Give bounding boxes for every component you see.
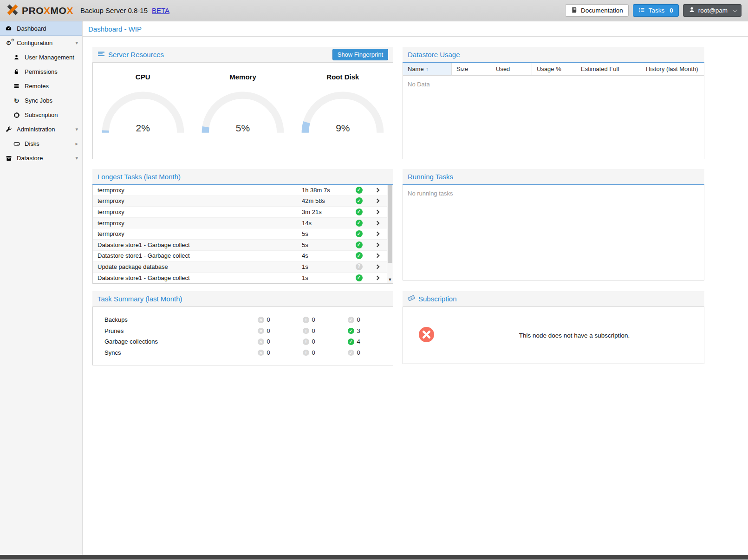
warning-circle-icon: [303, 317, 309, 323]
logo-text: PROXMOX: [22, 5, 73, 16]
user-menu-button[interactable]: root@pam: [683, 4, 741, 17]
scrollbar-thumb[interactable]: [388, 185, 392, 263]
documentation-button[interactable]: Documentation: [565, 4, 629, 17]
task-row[interactable]: Update package database 1s: [93, 261, 387, 273]
sidebar-item-administration[interactable]: Administration ▾: [0, 122, 82, 137]
open-task-button[interactable]: [367, 243, 387, 247]
syncs-ok-count[interactable]: 0: [348, 349, 393, 356]
status-ok-icon: [356, 230, 363, 237]
open-task-button[interactable]: [367, 232, 387, 235]
running-tasks-body: No running tasks: [403, 185, 704, 280]
sidebar-item-permissions[interactable]: Permissions: [0, 65, 82, 79]
sidebar-item-user-management[interactable]: User Management: [0, 50, 82, 65]
task-row[interactable]: termproxy 5s: [93, 228, 387, 240]
cpu-gauge: CPU 2%: [93, 73, 193, 159]
open-task-button[interactable]: [367, 276, 387, 280]
server-resources-panel: Server Resources Show Fingerprint CPU: [92, 47, 393, 159]
user-icon: [689, 7, 695, 14]
syncs-error-count[interactable]: 0: [258, 349, 303, 356]
sidebar-item-configuration[interactable]: ⚙⚙ Configuration ▾: [0, 36, 82, 50]
sidebar-item-remotes[interactable]: Remotes: [0, 79, 82, 93]
no-data-label: No Data: [403, 76, 704, 93]
task-row[interactable]: Datastore store1 - Garbage collect 1s: [93, 273, 387, 284]
memory-gauge-value: 5%: [199, 123, 287, 134]
subscription-message: This node does not have a subscription.: [449, 332, 704, 339]
gc-error-count[interactable]: 0: [258, 338, 303, 345]
sidebar-item-sync-jobs[interactable]: ↻ Sync Jobs: [0, 93, 82, 108]
chevron-down-icon[interactable]: ▾: [75, 40, 78, 46]
show-fingerprint-button[interactable]: Show Fingerprint: [332, 49, 388, 60]
open-task-button[interactable]: [367, 254, 387, 257]
syncs-warning-count[interactable]: 0: [303, 349, 348, 356]
open-task-button[interactable]: [367, 189, 387, 192]
error-circle-icon: [258, 317, 264, 323]
sidebar-item-dashboard[interactable]: Dashboard: [0, 21, 82, 36]
task-row[interactable]: Datastore store1 - Garbage collect 5s: [93, 240, 387, 251]
chevron-down-icon[interactable]: ▾: [75, 126, 78, 132]
sidebar-item-datastore[interactable]: Datastore ▾: [0, 151, 82, 165]
error-circle-icon: [258, 328, 264, 334]
prunes-warning-count[interactable]: 0: [303, 327, 348, 334]
cpu-gauge-value: 2%: [99, 123, 187, 134]
sidebar-item-disks[interactable]: Disks ▸: [0, 137, 82, 151]
ticket-icon: [408, 294, 415, 303]
status-ok-icon: [356, 252, 363, 259]
server-resources-header: Server Resources Show Fingerprint: [92, 47, 393, 63]
open-task-button[interactable]: [367, 221, 387, 225]
backups-warning-count[interactable]: 0: [303, 316, 348, 323]
proxmox-logo: PROXMOX: [7, 4, 73, 17]
book-icon: [571, 7, 578, 15]
backups-error-count[interactable]: 0: [258, 316, 303, 323]
column-header-size[interactable]: Size: [452, 63, 491, 76]
column-header-usage-pct[interactable]: Usage %: [532, 63, 576, 76]
gc-ok-count[interactable]: 4: [348, 338, 393, 345]
memory-gauge: Memory 5%: [193, 73, 293, 159]
sidebar-item-subscription[interactable]: Subscription: [0, 108, 82, 122]
main-content: Dashboard - WIP: [83, 21, 748, 555]
task-summary-header: Task Summary (last Month): [92, 291, 393, 307]
task-row[interactable]: Datastore store1 - Garbage collect 4s: [93, 251, 387, 262]
no-running-tasks-label: No running tasks: [403, 185, 704, 202]
running-tasks-header: Running Tasks: [403, 169, 704, 185]
status-ok-icon: [356, 241, 363, 248]
gauges-body: CPU 2% Memory: [92, 63, 393, 159]
column-header-estimated-full[interactable]: Estimated Full: [576, 63, 641, 76]
chevron-right-icon[interactable]: ▸: [75, 141, 78, 147]
prunes-ok-count[interactable]: 3: [348, 327, 393, 334]
column-header-used[interactable]: Used: [491, 63, 532, 76]
gears-icon: ⚙⚙: [5, 40, 13, 46]
column-header-name[interactable]: Name↑: [403, 63, 452, 76]
column-header-history[interactable]: History (last Month): [641, 63, 704, 76]
panel-title: Datastore Usage: [408, 51, 460, 59]
vertical-scrollbar[interactable]: ▼: [387, 185, 393, 283]
task-list-icon: [638, 7, 645, 15]
panel-title: Subscription: [418, 295, 457, 303]
chevron-down-icon: [733, 7, 737, 12]
open-task-button[interactable]: [367, 265, 387, 268]
backups-ok-count[interactable]: 0: [348, 316, 393, 323]
summary-row-prunes: Prunes 0 0 3: [93, 326, 393, 337]
subscription-header: Subscription: [403, 291, 704, 307]
datastore-usage-header: Datastore Usage: [403, 47, 704, 63]
summary-row-backups: Backups 0 0 0: [93, 314, 393, 326]
check-circle-icon: [348, 350, 354, 356]
task-row[interactable]: termproxy 14s: [93, 218, 387, 229]
gc-warning-count[interactable]: 0: [303, 338, 348, 345]
chevron-down-icon[interactable]: ▾: [75, 155, 78, 161]
tasks-button[interactable]: Tasks 0: [633, 4, 679, 17]
prunes-error-count[interactable]: 0: [258, 327, 303, 334]
page-title: Dashboard - WIP: [88, 25, 142, 33]
task-summary-body: Backups 0 0 0 Prunes 0 0 3 Garbage c: [92, 307, 393, 365]
beta-link[interactable]: BETA: [152, 7, 169, 14]
task-row[interactable]: termproxy 1h 38m 7s: [93, 185, 387, 196]
error-circle-icon: [258, 350, 264, 356]
task-row[interactable]: termproxy 3m 21s: [93, 207, 387, 218]
scroll-down-arrow-icon[interactable]: ▼: [387, 277, 393, 282]
resource-bars-icon: [98, 50, 105, 59]
task-row[interactable]: termproxy 42m 58s: [93, 196, 387, 207]
open-task-button[interactable]: [367, 210, 387, 214]
longest-tasks-panel: Longest Tasks (last Month) termproxy 1h …: [92, 169, 393, 284]
wrench-icon: [5, 126, 13, 133]
task-summary-panel: Task Summary (last Month) Backups 0 0 0 …: [92, 291, 393, 365]
open-task-button[interactable]: [367, 199, 387, 202]
